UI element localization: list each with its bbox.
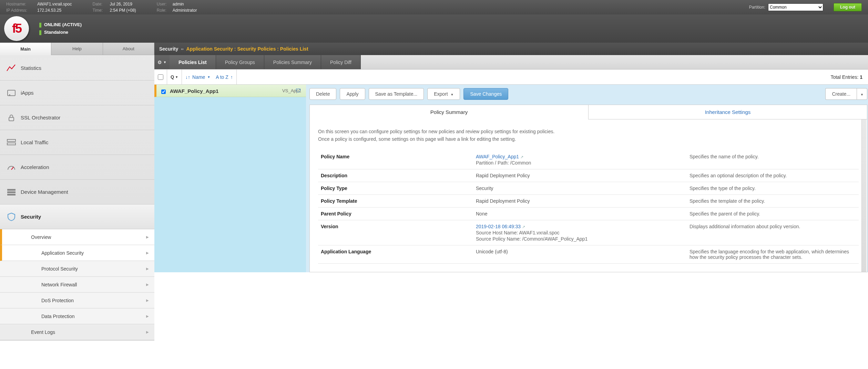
subnav-dos-protection[interactable]: DoS Protection▶: [0, 293, 154, 308]
tab-inheritance-settings[interactable]: Inheritance Settings: [588, 105, 867, 119]
total-entries: Total Entries: 1: [825, 74, 868, 80]
prop-help: Specifies the name of the policy.: [687, 150, 859, 169]
search-icon: Q: [171, 74, 174, 80]
filter-bar: Q▼ ↓↑ Name▼ A to Z ↑ Total Entries: 1: [154, 70, 868, 85]
tab-policies-list[interactable]: Policies List: [170, 55, 216, 69]
ha-status: ONLINE (ACTIVE) Standalone: [39, 21, 82, 36]
create-menu-button[interactable]: ▼: [857, 88, 867, 100]
subnav-network-firewall[interactable]: Network Firewall▶: [0, 277, 154, 293]
partition-select[interactable]: Common: [768, 3, 823, 11]
prop-key: Application Language: [318, 245, 473, 264]
chevron-right-icon: ▶: [146, 298, 149, 302]
prop-help: Specifies an optional description of the…: [687, 169, 859, 182]
policy-name-link[interactable]: AWAF_Policy_App1: [476, 154, 519, 159]
nav-device-management[interactable]: Device Management: [0, 180, 154, 204]
shield-check-icon: 🛡: [296, 88, 301, 94]
chevron-down-icon: ▼: [207, 75, 210, 79]
summary-panel: On this screen you can configure policy …: [309, 119, 867, 272]
policy-item-checkbox[interactable]: [161, 89, 166, 94]
prop-help: Displays additional information about po…: [687, 220, 859, 245]
subnav-protocol-security[interactable]: Protocol Security▶: [0, 261, 154, 277]
prop-key: Policy Name: [318, 150, 473, 169]
subnav-overview[interactable]: Overview▶: [0, 229, 154, 245]
save-as-template-button[interactable]: Save as Template...: [369, 88, 424, 100]
svg-point-1: [9, 94, 10, 96]
gear-menu[interactable]: ⚙ ▼: [154, 55, 170, 69]
svg-rect-4: [7, 143, 16, 145]
prop-help: Specifies the parent of the policy.: [687, 208, 859, 220]
breadcrumb-sep: ››: [181, 47, 183, 51]
sort-control[interactable]: ↓↑ Name▼ A to Z ↑: [185, 74, 233, 80]
prop-value: 2019-02-18 06:49:33↗ Source Host Name: A…: [473, 220, 687, 245]
policy-detail: Delete Apply Save as Template... Export …: [306, 85, 868, 272]
hostname-value: AWAF1.vxrail.spoc: [37, 1, 72, 7]
source-policy: Source Policy Name: /Common/AWAF_Policy_…: [476, 236, 684, 242]
subnav-application-security[interactable]: Application Security▶: [0, 245, 154, 261]
stack-icon: [5, 187, 18, 197]
logout-button[interactable]: Log out: [834, 3, 862, 11]
create-button[interactable]: Create...: [825, 88, 857, 100]
iapps-icon: [5, 88, 18, 98]
chevron-down-icon: ▼: [450, 93, 453, 96]
subnav-data-protection[interactable]: Data Protection▶: [0, 308, 154, 324]
user-label: User:: [157, 1, 173, 7]
servers-icon: [5, 137, 18, 148]
nav-local-traffic[interactable]: Local Traffic: [0, 130, 154, 155]
breadcrumb-root: Security: [159, 46, 178, 52]
gear-icon: ⚙: [157, 60, 162, 65]
table-row: Description Rapid Deployment Policy Spec…: [318, 169, 859, 182]
nav-acceleration[interactable]: Acceleration: [0, 155, 154, 180]
partition-picker: Partition: Common: [749, 3, 823, 11]
nav-iapps[interactable]: iApps: [0, 81, 154, 105]
tab-policy-groups[interactable]: Policy Groups: [216, 55, 264, 69]
nav-ssl-orchestrator[interactable]: SSL Orchestrator: [0, 105, 154, 130]
arrow-up-icon: ↑: [231, 74, 233, 80]
chevron-right-icon: ▶: [146, 330, 149, 334]
status-bar: Hostname:AWAF1.vxrail.spoc IP Address:17…: [0, 0, 868, 14]
nav-security[interactable]: Security: [0, 204, 154, 229]
save-changes-button[interactable]: Save Changes: [463, 88, 508, 100]
delete-button[interactable]: Delete: [309, 88, 336, 100]
user-value: admin: [173, 1, 184, 7]
breadcrumb: Security ›› Application Security : Secur…: [154, 43, 868, 55]
table-row: Version 2019-02-18 06:49:33↗ Source Host…: [318, 220, 859, 245]
apply-button[interactable]: Apply: [340, 88, 365, 100]
tab-policies-summary[interactable]: Policies Summary: [264, 55, 321, 69]
f5-logo: f5: [4, 16, 29, 41]
tab-help[interactable]: Help: [51, 43, 103, 55]
nav-statistics[interactable]: Statistics: [0, 56, 154, 81]
export-button[interactable]: Export ▼: [427, 88, 460, 100]
prop-help: Specifies the template of the policy.: [687, 195, 859, 208]
svg-rect-0: [8, 90, 15, 96]
table-row: Application Language Unicode (utf-8) Spe…: [318, 245, 859, 264]
svg-rect-8: [7, 194, 16, 196]
nav: Statistics iApps SSL Orchestrator Local …: [0, 55, 154, 341]
subnav-event-logs[interactable]: Event Logs▶: [0, 324, 154, 340]
select-all-checkbox[interactable]: [158, 74, 163, 80]
prop-key: Description: [318, 169, 473, 182]
create-button-group: Create... ▼: [825, 88, 867, 100]
prop-value: None: [473, 208, 687, 220]
chevron-right-icon: ▶: [146, 251, 149, 255]
tab-main[interactable]: Main: [0, 43, 51, 55]
scrollbar[interactable]: [861, 119, 866, 272]
tab-about[interactable]: About: [103, 43, 154, 55]
prop-value: Rapid Deployment Policy: [473, 195, 687, 208]
role-value: Administrator: [173, 7, 197, 13]
version-link[interactable]: 2019-02-18 06:49:33: [476, 224, 521, 229]
content-tabs: ⚙ ▼ Policies List Policy Groups Policies…: [154, 55, 868, 70]
chevron-right-icon: ▶: [146, 283, 149, 286]
source-host: Source Host Name: AWAF1.vxrail.spoc: [476, 230, 684, 235]
svg-rect-6: [7, 189, 16, 191]
left-panel: Main Help About Statistics iApps SSL Orc…: [0, 43, 154, 341]
partition-path: Partition / Path: /Common: [476, 160, 684, 166]
tab-policy-summary[interactable]: Policy Summary: [310, 105, 588, 119]
policy-list-item[interactable]: AWAF_Policy_App1 VS_App1 🛡: [154, 85, 306, 97]
search-menu[interactable]: Q▼: [167, 70, 182, 84]
ip-label: IP Address:: [6, 7, 37, 13]
lock-icon: [5, 113, 18, 123]
ip-value: 172.24.53.25: [37, 7, 61, 13]
tab-policy-diff[interactable]: Policy Diff: [321, 55, 361, 69]
table-row: Policy Template Rapid Deployment Policy …: [318, 195, 859, 208]
content-area: Security ›› Application Security : Secur…: [154, 43, 868, 341]
